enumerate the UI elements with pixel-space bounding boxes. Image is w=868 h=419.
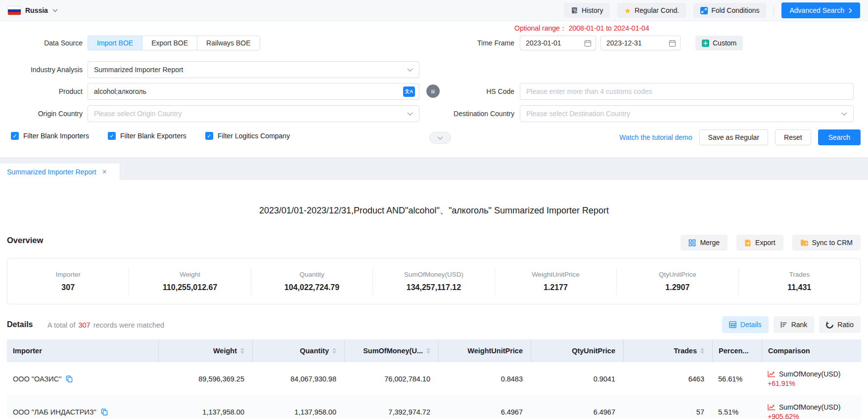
date-from-field[interactable] — [520, 36, 596, 50]
industry-analysis-label: Industry Analysis — [0, 61, 83, 78]
hs-code-field[interactable] — [520, 83, 854, 100]
stat-label: SumOfMoney(USD) — [373, 271, 494, 278]
merge-button[interactable]: Merge — [681, 235, 728, 251]
fold-conditions-label: Fold Conditions — [711, 6, 759, 14]
translate-icon[interactable]: 文A — [403, 86, 415, 97]
origin-country-placeholder: Please select Origin Country — [94, 110, 182, 118]
country-selector[interactable]: Russia — [8, 6, 58, 15]
fold-conditions-button[interactable]: Fold Conditions — [693, 3, 766, 18]
view-details-button[interactable]: Details — [722, 316, 769, 333]
stat-value: 1.2907 — [617, 283, 738, 292]
view-switcher: Details Rank Ratio — [722, 316, 861, 333]
stat-trades: Trades 11,431 — [738, 268, 860, 295]
checkbox-checked-icon: ✓ — [205, 132, 213, 140]
view-details-label: Details — [740, 321, 762, 329]
filter-logitics-company-checkbox[interactable]: ✓ Filter Logitics Company — [205, 132, 290, 140]
save-as-regular-button[interactable]: Save as Regular — [699, 129, 769, 145]
col-quantity[interactable]: Quantity — [252, 339, 344, 362]
advanced-search-button[interactable]: Advanced Search — [781, 2, 860, 18]
summary-suffix: records were matched — [93, 321, 164, 329]
stat-weight-unit-price: WeightUnitPrice 1.2177 — [495, 268, 616, 295]
custom-label: Custom — [713, 39, 736, 47]
stat-importer: Importer 307 — [7, 268, 129, 295]
chevron-right-icon — [849, 8, 852, 13]
table-icon — [729, 321, 736, 328]
report-title: 2023/01/01-2023/12/31,Product AND"alcoho… — [0, 205, 868, 216]
product-field[interactable]: 文A — [88, 83, 419, 100]
calendar-icon[interactable] — [669, 40, 676, 47]
sync-folder-icon — [800, 239, 808, 246]
stat-label: WeightUnitPrice — [495, 271, 616, 278]
filter-logitics-company-label: Filter Logitics Company — [218, 132, 290, 140]
view-ratio-button[interactable]: Ratio — [819, 316, 861, 333]
export-label: Export — [755, 239, 775, 247]
checkbox-checked-icon: ✓ — [108, 132, 116, 140]
country-name: Russia — [25, 6, 48, 14]
regular-cond-button[interactable]: ★ Regular Cond. — [617, 3, 686, 18]
sort-icon[interactable] — [332, 348, 336, 354]
stat-label: Weight — [129, 271, 250, 278]
trend-chart-icon — [768, 371, 776, 377]
importer-name[interactable]: ООО "ЛАБ ИНДАСТРИЗ" — [13, 408, 96, 416]
sync-to-crm-label: Sync to CRM — [812, 239, 853, 247]
sort-icon[interactable] — [240, 348, 244, 354]
product-input[interactable] — [88, 84, 419, 99]
stat-value: 11,431 — [739, 283, 860, 292]
reset-button[interactable]: Reset — [775, 129, 811, 145]
data-source-tabs: Import BOE Export BOE Railways BOE — [88, 36, 260, 50]
close-icon[interactable]: × — [102, 168, 107, 176]
industry-analysis-select[interactable]: Summarized Importer Report — [88, 61, 419, 78]
summary-prefix: A total of — [47, 321, 75, 329]
copy-icon[interactable] — [66, 376, 73, 382]
col-sum-of-money[interactable]: SumOfMoney(U... — [344, 339, 438, 362]
importer-name[interactable]: ООО "ОАЗИС" — [13, 375, 61, 383]
export-button[interactable]: Export — [736, 235, 783, 251]
checkbox-checked-icon: ✓ — [11, 132, 19, 140]
overview-actions: Merge Export Sync to CRM — [681, 235, 861, 251]
tab-import-boe[interactable]: Import BOE — [88, 36, 142, 50]
stat-value: 1.2177 — [495, 283, 616, 292]
tutorial-demo-link[interactable]: Watch the tutorial demo — [619, 133, 692, 141]
quantity-cell: 1,137,958.00 — [252, 408, 344, 416]
history-button[interactable]: History — [564, 3, 610, 18]
merge-icon — [688, 239, 696, 247]
custom-icon — [702, 40, 709, 47]
destination-country-select[interactable]: Please select Destination Country — [520, 105, 854, 122]
search-button[interactable]: Search — [818, 129, 861, 145]
copy-icon[interactable] — [101, 409, 108, 416]
comparison-metric: SumOfMoney(USD) — [779, 370, 840, 378]
view-rank-button[interactable]: Rank — [774, 316, 815, 333]
product-label: Product — [0, 83, 83, 100]
filter-blank-exporters-checkbox[interactable]: ✓ Filter Blank Exporters — [108, 132, 186, 140]
export-icon — [744, 239, 751, 247]
filter-blank-importers-checkbox[interactable]: ✓ Filter Blank Importers — [11, 132, 89, 140]
sort-icon[interactable] — [700, 348, 704, 354]
trades-cell: 6463 — [623, 375, 712, 383]
origin-country-select[interactable]: Please select Origin Country — [88, 105, 419, 122]
tab-export-boe[interactable]: Export BOE — [142, 36, 197, 50]
date-to-input[interactable] — [601, 36, 680, 50]
filter-checkboxes: ✓ Filter Blank Importers ✓ Filter Blank … — [11, 132, 290, 140]
overview-heading: Overview — [7, 236, 43, 245]
collapse-form-button[interactable] — [429, 132, 451, 144]
details-heading: Details — [7, 320, 33, 329]
percent-cell: 56.61% — [712, 375, 762, 383]
regular-cond-label: Regular Cond. — [635, 6, 679, 14]
stat-quantity: Quantity 104,022,724.79 — [251, 268, 372, 295]
custom-range-button[interactable]: Custom — [695, 36, 743, 50]
weight-cell: 89,596,369.25 — [158, 375, 252, 383]
hs-code-input[interactable] — [520, 84, 853, 99]
tab-railways-boe[interactable]: Railways BOE — [197, 36, 259, 50]
date-to-field[interactable] — [600, 36, 681, 50]
sync-to-crm-button[interactable]: Sync to CRM — [792, 235, 861, 251]
weight-unit-price-cell: 6.4967 — [438, 408, 531, 416]
calendar-icon[interactable] — [584, 40, 592, 47]
col-qty-unit-price: QtyUnitPrice — [531, 339, 623, 362]
sort-icon[interactable] — [426, 348, 430, 354]
col-trades[interactable]: Trades — [623, 339, 712, 362]
col-weight-unit-price: WeightUnitPrice — [438, 339, 531, 362]
stat-label: Quantity — [251, 271, 372, 278]
col-weight[interactable]: Weight — [158, 339, 252, 362]
tab-summarized-importer-report[interactable]: Summarized Importer Report × — [0, 164, 120, 180]
origin-country-label: Origin Country — [0, 105, 83, 122]
